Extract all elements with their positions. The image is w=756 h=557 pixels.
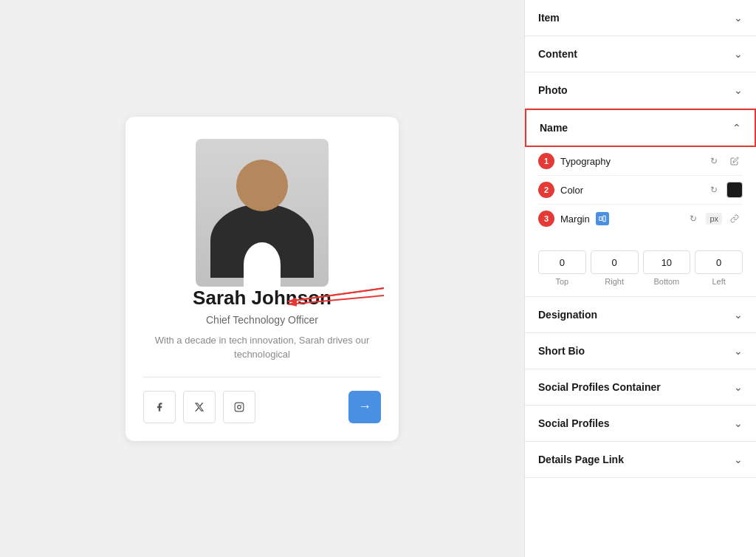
section-name-header[interactable]: Name ⌃ <box>525 109 756 147</box>
card-bio: With a decade in tech innovation, Sarah … <box>143 333 381 362</box>
section-social-profiles-container: Social Profiles Container ⌄ <box>525 369 756 406</box>
margin-right-col: Right <box>591 250 639 286</box>
card-footer: → <box>143 391 381 423</box>
photo-chevron-icon: ⌄ <box>734 84 743 96</box>
margin-bottom-col: Bottom <box>643 250 691 286</box>
card-photo <box>196 139 329 287</box>
social-profiles-chevron-icon: ⌄ <box>734 417 743 429</box>
details-page-link-chevron-icon: ⌄ <box>734 454 743 465</box>
left-panel: Sarah Johnson Chief Technology Officer W… <box>0 0 524 557</box>
section-item: Item ⌄ <box>525 0 756 36</box>
svg-point-2 <box>241 404 242 405</box>
color-row-left: 2 Color <box>538 182 583 198</box>
social-profiles-container-chevron-icon: ⌄ <box>734 381 743 393</box>
section-details-page-link-header[interactable]: Details Page Link ⌄ <box>525 442 756 477</box>
typography-row-left: 1 Typography <box>538 153 611 169</box>
svg-rect-7 <box>599 217 602 221</box>
svg-point-1 <box>238 405 241 409</box>
section-content-label: Content <box>538 48 577 60</box>
short-bio-chevron-icon: ⌄ <box>734 345 743 357</box>
color-swatch[interactable] <box>726 182 743 198</box>
designation-chevron-icon: ⌄ <box>734 309 743 321</box>
section-designation-label: Designation <box>538 309 597 321</box>
color-label: Color <box>560 185 583 196</box>
margin-left-col: Left <box>695 250 743 286</box>
margin-bottom-label: Bottom <box>653 277 679 286</box>
section-social-profiles-header[interactable]: Social Profiles ⌄ <box>525 406 756 441</box>
margin-right-input[interactable] <box>591 250 639 274</box>
margin-left-label: Left <box>712 277 725 286</box>
margin-row-left: 3 Margin <box>538 211 609 227</box>
section-content-header[interactable]: Content ⌄ <box>525 36 756 72</box>
badge-3: 3 <box>538 211 554 227</box>
profile-card: Sarah Johnson Chief Technology Officer W… <box>126 117 399 441</box>
section-item-label: Item <box>538 12 560 24</box>
color-reset-icon[interactable]: ↻ <box>706 182 722 198</box>
instagram-icon[interactable] <box>223 391 255 423</box>
margin-top-label: Top <box>556 277 569 286</box>
margin-top-col: Top <box>538 250 586 286</box>
svg-rect-0 <box>235 403 244 411</box>
margin-label-text: Margin <box>560 213 590 225</box>
section-photo-label: Photo <box>538 84 568 96</box>
typography-row-right: ↻ <box>706 153 743 169</box>
content-chevron-icon: ⌄ <box>734 48 743 60</box>
section-details-page-link-label: Details Page Link <box>538 454 624 465</box>
margin-inputs-grid: Top Right Bottom Left <box>525 243 756 296</box>
badge-1: 1 <box>538 153 554 169</box>
svg-rect-8 <box>603 216 605 222</box>
name-chevron-up-icon: ⌃ <box>732 122 741 134</box>
section-social-profiles-container-header[interactable]: Social Profiles Container ⌄ <box>525 369 756 405</box>
person-head <box>236 160 288 211</box>
typography-edit-icon[interactable] <box>726 153 743 169</box>
color-row: 2 Color ↻ <box>538 176 743 205</box>
details-arrow-button[interactable]: → <box>348 391 381 423</box>
section-photo-header[interactable]: Photo ⌄ <box>525 72 756 108</box>
card-divider <box>143 377 381 377</box>
right-panel: Item ⌄ Content ⌄ Photo ⌄ Name ⌃ 1 Typogr… <box>524 0 756 557</box>
section-social-profiles: Social Profiles ⌄ <box>525 406 756 442</box>
margin-reset-icon[interactable]: ↻ <box>685 211 701 227</box>
color-row-right: ↻ <box>706 182 743 198</box>
margin-top-input[interactable] <box>538 250 586 274</box>
section-name: Name ⌃ 1 Typography ↻ <box>525 109 756 297</box>
typography-row: 1 Typography ↻ <box>538 147 743 176</box>
section-details-page-link: Details Page Link ⌄ <box>525 442 756 478</box>
section-short-bio-header[interactable]: Short Bio ⌄ <box>525 333 756 369</box>
typography-label: Typography <box>560 156 611 167</box>
section-social-profiles-container-label: Social Profiles Container <box>538 381 661 393</box>
name-expanded-content: 1 Typography ↻ 2 Color <box>525 147 756 243</box>
section-short-bio-label: Short Bio <box>538 345 585 357</box>
card-name: Sarah Johnson <box>193 287 331 310</box>
section-designation: Designation ⌄ <box>525 297 756 333</box>
section-short-bio: Short Bio ⌄ <box>525 333 756 369</box>
item-chevron-icon: ⌄ <box>734 12 743 24</box>
margin-link-icon[interactable] <box>726 211 743 227</box>
section-name-label: Name <box>540 122 568 134</box>
section-content: Content ⌄ <box>525 36 756 72</box>
section-designation-header[interactable]: Designation ⌄ <box>525 297 756 332</box>
margin-unit-badge: px <box>706 213 722 225</box>
margin-left-input[interactable] <box>695 250 743 274</box>
section-item-header[interactable]: Item ⌄ <box>525 0 756 35</box>
facebook-icon[interactable] <box>143 391 176 423</box>
margin-bottom-input[interactable] <box>643 250 691 274</box>
card-designation: Chief Technology Officer <box>206 314 318 326</box>
section-social-profiles-label: Social Profiles <box>538 417 609 429</box>
typography-reset-icon[interactable]: ↻ <box>706 153 722 169</box>
badge-2: 2 <box>538 182 554 198</box>
margin-right-label: Right <box>605 277 624 286</box>
margin-row-right: ↻ px <box>685 211 743 227</box>
margin-responsive-icon[interactable] <box>596 212 609 225</box>
twitter-x-icon[interactable] <box>183 391 216 423</box>
section-photo: Photo ⌄ <box>525 72 756 109</box>
margin-row: 3 Margin ↻ px <box>538 205 743 233</box>
